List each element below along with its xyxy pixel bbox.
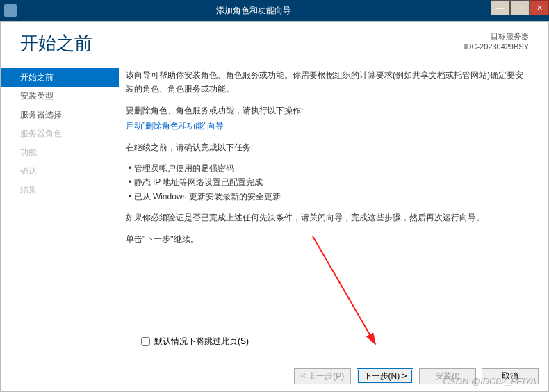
destination-label: 目标服务器: [464, 31, 529, 42]
remove-roles-link[interactable]: 启动"删除角色和功能"向导: [126, 121, 224, 131]
app-icon: [4, 4, 17, 17]
main-pane: 该向导可帮助你安装角色、角色服务或功能。你需要根据组织的计算要求(例如共享文档或…: [119, 61, 548, 361]
bullet-item: 已从 Windows 更新安装最新的安全更新: [129, 190, 527, 204]
bullet-item: 静态 IP 地址等网络设置已配置完成: [129, 175, 527, 189]
verify-note: 如果你必须验证是否已完成上述任何先决条件，请关闭向导，完成这些步骤，然后再次运行…: [126, 211, 527, 224]
titlebar-text: 添加角色和功能向导: [21, 5, 549, 17]
titlebar: 添加角色和功能向导 — □ ✕: [0, 0, 549, 21]
minimize-button[interactable]: —: [491, 0, 510, 15]
sidebar: 开始之前 安装类型 服务器选择 服务器角色 功能 确认 结果: [1, 61, 119, 361]
previous-button: < 上一步(P): [294, 368, 351, 384]
sidebar-item-server-roles: 服务器角色: [1, 124, 119, 143]
page-title: 开始之前: [20, 31, 92, 56]
header: 开始之前 目标服务器 IDC-20230429BSY: [1, 22, 548, 61]
sidebar-item-installation-type[interactable]: 安装类型: [1, 87, 119, 106]
maximize-button[interactable]: □: [510, 0, 530, 15]
wizard-body: 开始之前 目标服务器 IDC-20230429BSY 开始之前 安装类型 服务器…: [0, 21, 549, 392]
close-button[interactable]: ✕: [530, 0, 549, 15]
destination-value: IDC-20230429BSY: [464, 42, 529, 52]
skip-page-checkbox[interactable]: [141, 337, 150, 346]
prerequisite-list: 管理员帐户使用的是强密码 静态 IP 地址等网络设置已配置完成 已从 Windo…: [129, 161, 527, 204]
bullet-item: 管理员帐户使用的是强密码: [129, 161, 527, 175]
sidebar-item-server-selection[interactable]: 服务器选择: [1, 106, 119, 124]
skip-page-label: 默认情况下将跳过此页(S): [154, 336, 249, 348]
remove-roles-prefix: 要删除角色、角色服务或功能，请执行以下操作:: [126, 104, 527, 117]
sidebar-item-before-you-begin[interactable]: 开始之前: [1, 68, 119, 87]
destination-info: 目标服务器 IDC-20230429BSY: [464, 31, 529, 53]
sidebar-item-features: 功能: [1, 143, 119, 162]
sidebar-item-results: 结果: [1, 181, 119, 199]
before-continue-text: 在继续之前，请确认完成以下任务:: [126, 140, 527, 154]
body-area: 开始之前 安装类型 服务器选择 服务器角色 功能 确认 结果 该向导可帮助你安装…: [1, 61, 548, 361]
intro-text: 该向导可帮助你安装角色、角色服务或功能。你需要根据组织的计算要求(例如共享文档或…: [126, 68, 527, 97]
sidebar-item-confirmation: 确认: [1, 162, 119, 181]
skip-page-row: 默认情况下将跳过此页(S): [141, 336, 249, 348]
continue-note: 单击"下一步"继续。: [126, 232, 527, 246]
watermark: CSDN @IDC02_FEIYA: [443, 376, 536, 386]
window-controls: — □ ✕: [491, 0, 549, 15]
next-button[interactable]: 下一步(N) >: [357, 368, 413, 384]
